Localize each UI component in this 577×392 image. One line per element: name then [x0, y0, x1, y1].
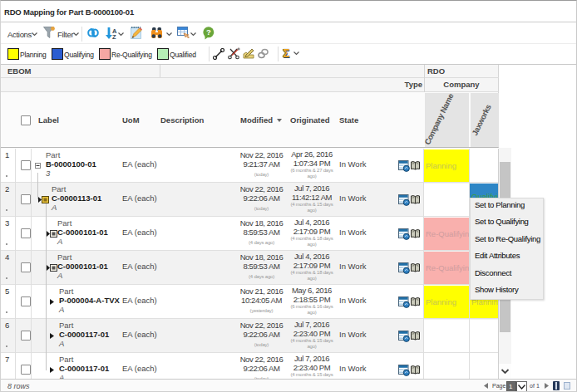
svg-text:?: ?: [206, 27, 211, 37]
svg-text:Z: Z: [112, 33, 116, 41]
